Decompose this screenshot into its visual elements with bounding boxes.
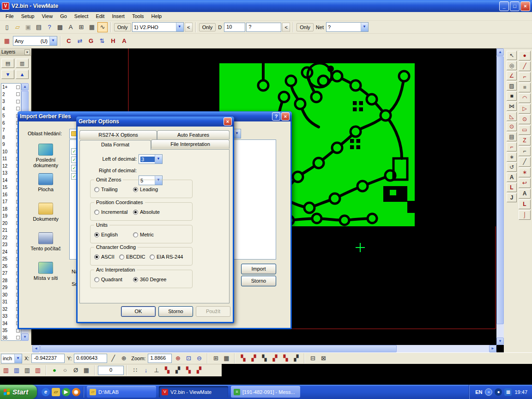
hatch-rect-icon[interactable]: ▨ (507, 81, 517, 91)
h-tool-icon[interactable]: H (108, 36, 118, 46)
swap-vertical-icon[interactable]: ⇅ (97, 36, 107, 46)
move-layer-up-icon[interactable]: ▲ (16, 70, 29, 79)
tab-rs274x-options[interactable]: RS274-X Options (79, 130, 157, 139)
film-compare-1-icon[interactable]: ▚ (238, 353, 248, 363)
layer-row[interactable]: 3 (1, 98, 21, 105)
a-tool-icon[interactable]: A (119, 36, 129, 46)
layer-row[interactable]: 1+ (1, 84, 21, 91)
scroll-left-icon[interactable]: ◄ (32, 345, 40, 352)
corner-step-icon[interactable]: ⌐ (507, 142, 517, 151)
draw-zigzag-icon[interactable]: Z (519, 136, 531, 145)
clock[interactable]: 19:47 (514, 389, 527, 395)
layer-combobox[interactable]: 1) V2.PHO (132, 22, 184, 32)
status-led-icon[interactable]: ● (49, 365, 60, 375)
chevron-down-icon[interactable] (14, 354, 22, 363)
canvas-vertical-scrollbar[interactable]: ▲ ▼ (496, 48, 504, 345)
draw-star-icon[interactable]: ∗ (519, 168, 531, 177)
left-of-decimal-combobox[interactable]: 3 (139, 154, 163, 164)
chevron-down-icon[interactable] (361, 23, 368, 31)
grid-toggle-icon[interactable]: ▦ (81, 365, 91, 375)
radio-ascii[interactable]: ASCII (94, 254, 115, 260)
film-icon[interactable]: ▦ (2, 36, 12, 46)
storno-button[interactable]: Storno (241, 276, 276, 286)
restore-button[interactable]: □ (510, 1, 520, 11)
selection-filter-combobox[interactable]: Any (U) (13, 36, 57, 46)
gerber-close-button[interactable]: × (224, 117, 232, 126)
draw-polyline-icon[interactable]: ⌐ (519, 72, 531, 82)
open-folder-icon[interactable]: ▱ (12, 22, 23, 32)
draw-triangle-icon[interactable]: ▷ (519, 104, 531, 114)
import-button[interactable]: Import (241, 264, 276, 274)
pad-stack-icon[interactable]: ◎ (507, 61, 517, 70)
scroll-up-icon[interactable]: ▲ (496, 48, 504, 56)
context-help-icon[interactable]: ? (44, 22, 54, 32)
tab-file-interpretation[interactable]: File Interpretation (151, 139, 230, 149)
only-dcode-toggle[interactable]: Only (199, 23, 216, 31)
circle-tool-icon[interactable]: ○ (60, 365, 70, 375)
film-compare-6-icon[interactable]: ▞ (291, 353, 301, 363)
select-dcode-icon[interactable]: ▩ (55, 22, 65, 32)
chevron-down-icon[interactable] (155, 155, 162, 163)
radio-quadrant[interactable]: Quadrant (94, 277, 122, 282)
menu-item[interactable]: View (38, 12, 56, 20)
language-indicator[interactable]: EN (475, 389, 482, 395)
film-dark-icon[interactable]: ▥ (22, 365, 32, 375)
scrollbar-thumb[interactable] (40, 345, 397, 352)
menu-item[interactable]: Go (56, 12, 71, 20)
canvas-horizontal-scrollbar[interactable]: ◄ ► (32, 345, 496, 352)
layer-color-swatch[interactable] (16, 85, 20, 89)
zoom-in-icon[interactable]: ⊕ (173, 353, 183, 363)
tray-chevron-icon[interactable]: « (485, 388, 492, 396)
film-compare-4-icon[interactable]: ▞ (270, 353, 280, 363)
move-layer-down-icon[interactable]: ▼ (1, 70, 14, 79)
aperture-table-icon[interactable]: ⊞ (76, 22, 86, 32)
grid-table-icon[interactable]: ⊞ (211, 353, 221, 363)
c-tool-icon[interactable]: C (64, 36, 74, 46)
task-button-viewmate[interactable]: V V2.bin - ViewMate (159, 386, 228, 398)
film-compare-2-icon[interactable]: ▞ (248, 353, 259, 363)
select-cursor-icon[interactable]: ↖ (507, 51, 517, 60)
internet-explorer-icon[interactable]: e (42, 388, 50, 396)
film-compare-5-icon[interactable]: ▚ (280, 353, 290, 363)
gerber-options-titlebar[interactable]: Gerber Options × (76, 116, 234, 127)
net-combobox[interactable]: ? (326, 22, 369, 32)
menu-item[interactable]: Edit (92, 12, 108, 20)
draw-l-icon[interactable]: L (519, 200, 531, 209)
layer-row[interactable]: 4 (1, 105, 21, 113)
save-icon[interactable]: ▣ (23, 22, 33, 32)
draw-hook-icon[interactable]: ↩ (519, 178, 531, 188)
tab-auto-features[interactable]: Auto Features (157, 130, 230, 139)
media-player-icon[interactable]: ▶ (62, 388, 70, 396)
menu-item[interactable]: Tools (128, 12, 148, 20)
radio-ebcdic[interactable]: EBCDIC (119, 254, 145, 260)
draw-step-icon[interactable]: ⌐ (519, 146, 531, 156)
grid-step-input[interactable]: 0 (98, 366, 124, 375)
layer-list-icon[interactable]: ▤ (1, 59, 14, 68)
radio-english[interactable]: English (94, 232, 118, 237)
grid-fine-icon[interactable]: ▦ (221, 353, 231, 363)
only-layer-toggle[interactable]: Only (114, 23, 131, 31)
import-close-button[interactable]: × (281, 112, 290, 121)
chevron-down-icon[interactable] (49, 36, 57, 45)
pan-icon[interactable]: ⊟ (308, 353, 318, 363)
cancel-button[interactable]: Storno (158, 306, 193, 317)
menu-item[interactable]: Help (148, 12, 166, 20)
zoom-window-icon[interactable]: ⊡ (183, 353, 193, 363)
pattern-fill-icon[interactable]: ▤ (507, 132, 517, 141)
rotate-left-icon[interactable]: ↺ (507, 163, 517, 172)
draw-slash-icon[interactable]: ╱ (519, 157, 531, 167)
l-tool-icon[interactable]: L (507, 183, 517, 192)
menu-item[interactable]: Setup (18, 12, 38, 20)
messenger-tray-icon[interactable]: ● (495, 388, 502, 396)
radio-360-degree[interactable]: 360 Degree (133, 277, 167, 282)
film-box-icon[interactable]: ▦ (87, 22, 97, 32)
draw-text-icon[interactable]: A (519, 189, 531, 199)
asterisk-tool-icon[interactable]: ∗ (507, 152, 517, 162)
radio-incremental[interactable]: Incremental (94, 209, 127, 215)
probe-icon[interactable]: Ø (71, 365, 81, 375)
menu-item[interactable]: Select (71, 12, 92, 20)
task-button-messenger[interactable]: ≡ [191-482-091] - Mess... (231, 386, 300, 398)
dcode-query-input[interactable]: ? (246, 23, 281, 32)
origin-icon[interactable]: ⊕ (119, 353, 129, 363)
radio-absolute[interactable]: Absolute (133, 209, 160, 215)
